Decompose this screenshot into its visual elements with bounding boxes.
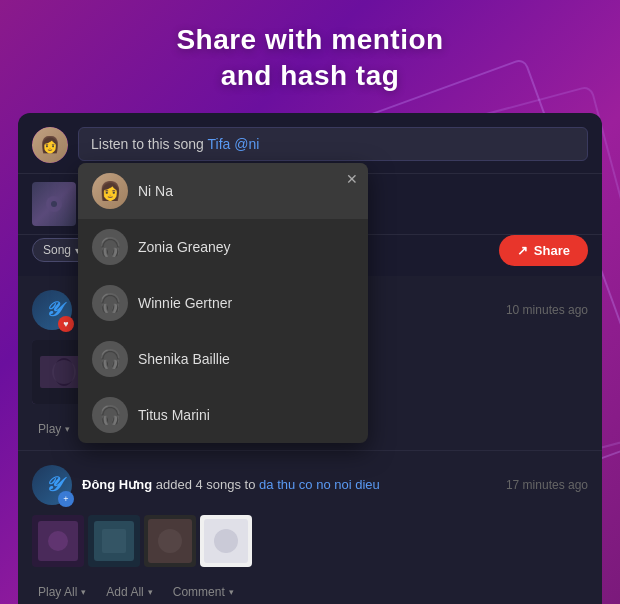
feed-avatar-1: 𝒴 ♥ xyxy=(32,290,72,330)
share-button[interactable]: ↗ Share xyxy=(499,235,588,266)
mention-name-1: Ni Na xyxy=(138,183,173,199)
share-icon: ↗ xyxy=(517,243,528,258)
chevron-down-icon: ▾ xyxy=(65,424,70,434)
play-button[interactable]: Play ▾ xyxy=(32,418,76,440)
headphone-icon: 🎧 xyxy=(99,292,121,314)
feed-actions-2: Play All ▾ Add All ▾ Comment ▾ xyxy=(32,575,588,604)
add-badge: + xyxy=(58,491,74,507)
compose-typed: Listen to this song xyxy=(91,136,207,152)
feed-time-2: 17 minutes ago xyxy=(506,478,588,492)
compose-highlight: Tifa xyxy=(207,136,230,152)
feed-item-header-2: 𝒴 + Đông Hưng added 4 songs to da thu co… xyxy=(32,465,588,505)
mention-avatar-2: 🎧 xyxy=(92,229,128,265)
favorite-badge: ♥ xyxy=(58,316,74,332)
close-icon[interactable]: ✕ xyxy=(346,171,358,187)
mention-item[interactable]: 🎧 Zonia Greaney xyxy=(78,219,368,275)
multi-thumbs xyxy=(32,515,588,567)
svg-point-14 xyxy=(158,529,182,553)
multi-thumb-2 xyxy=(88,515,140,567)
feed-playlist-link[interactable]: da thu co no noi dieu xyxy=(259,477,380,492)
compose-input-area: Listen to this song Tifa @ni ✕ 👩 Ni Na 🎧 xyxy=(78,127,588,161)
app-logo-icon: 𝒴 xyxy=(45,473,59,496)
mention-avatar-1: 👩 xyxy=(92,173,128,209)
feed-time-1: 10 minutes ago xyxy=(506,303,588,317)
mention-avatar-4: 🎧 xyxy=(92,341,128,377)
feed-action-2: added 4 songs to xyxy=(156,477,259,492)
compose-text-box[interactable]: Listen to this song Tifa @ni xyxy=(78,127,588,161)
mention-name-2: Zonia Greaney xyxy=(138,239,231,255)
headphone-icon: 🎧 xyxy=(99,404,121,426)
multi-thumb-3 xyxy=(144,515,196,567)
headphone-icon: 🎧 xyxy=(99,236,121,258)
feed-avatar-2: 𝒴 + xyxy=(32,465,72,505)
play-all-button[interactable]: Play All ▾ xyxy=(32,581,92,603)
mention-name-5: Titus Marini xyxy=(138,407,210,423)
share-label: Share xyxy=(534,243,570,258)
svg-point-17 xyxy=(214,529,238,553)
mention-avatar-photo-1: 👩 xyxy=(92,173,128,209)
mention-name-3: Winnie Gertner xyxy=(138,295,232,311)
multi-thumb-4 xyxy=(200,515,252,567)
svg-rect-11 xyxy=(102,529,126,553)
multi-thumb-1 xyxy=(32,515,84,567)
song-tag-label: Song xyxy=(43,243,71,257)
mention-name-4: Shenika Baillie xyxy=(138,351,230,367)
mention-avatar-5: 🎧 xyxy=(92,397,128,433)
mention-avatar-3: 🎧 xyxy=(92,285,128,321)
app-logo-icon: 𝒴 xyxy=(45,298,59,321)
mention-dropdown: ✕ 👩 Ni Na 🎧 Zonia Greaney xyxy=(78,163,368,443)
headphone-icon: 🎧 xyxy=(99,348,121,370)
song-thumb-inner xyxy=(32,182,76,226)
feed-user-text-2: Đông Hưng added 4 songs to da thu co no … xyxy=(82,477,496,492)
song-thumbnail xyxy=(32,182,76,226)
mention-item[interactable]: 👩 Ni Na xyxy=(78,163,368,219)
add-all-button[interactable]: Add All ▾ xyxy=(100,581,158,603)
svg-point-1 xyxy=(51,201,57,207)
compose-mention: @ni xyxy=(230,136,259,152)
feed-item: 𝒴 + Đông Hưng added 4 songs to da thu co… xyxy=(18,451,602,604)
user-avatar: 👩 xyxy=(32,127,68,163)
chevron-down-icon: ▾ xyxy=(148,587,153,597)
comment-all-button[interactable]: Comment ▾ xyxy=(167,581,240,603)
mention-item[interactable]: 🎧 Titus Marini xyxy=(78,387,368,443)
mention-item[interactable]: 🎧 Shenika Baillie xyxy=(78,331,368,387)
compose-area: 👩 Listen to this song Tifa @ni ✕ 👩 Ni Na xyxy=(18,113,602,174)
page-title: Share with mentionand hash tag xyxy=(0,0,620,113)
mention-item[interactable]: 🎧 Winnie Gertner xyxy=(78,275,368,331)
chevron-down-icon: ▾ xyxy=(81,587,86,597)
main-card: 👩 Listen to this song Tifa @ni ✕ 👩 Ni Na xyxy=(18,113,602,604)
feed-username-2: Đông Hưng xyxy=(82,477,152,492)
svg-point-8 xyxy=(48,531,68,551)
avatar-photo: 👩 xyxy=(32,127,68,163)
svg-rect-5 xyxy=(52,360,76,384)
chevron-down-icon: ▾ xyxy=(229,587,234,597)
